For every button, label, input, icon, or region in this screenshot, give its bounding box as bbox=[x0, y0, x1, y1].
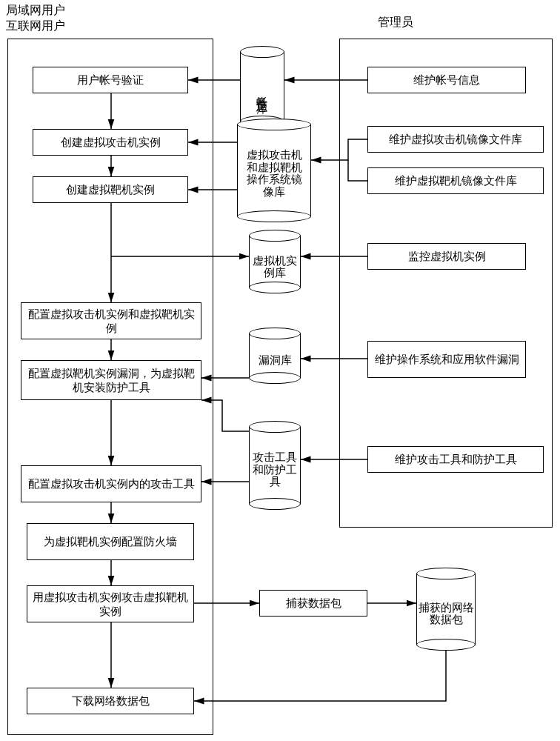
config-vuln-box: 配置虚拟靶机实例漏洞，为虚拟靶机安装防护工具 bbox=[21, 360, 201, 400]
maintain-vuln-box: 维护操作系统和应用软件漏洞 bbox=[367, 341, 526, 378]
db-captured-packets: 捕获的网络数据包 bbox=[416, 568, 476, 651]
maintain-accounts-box: 维护帐号信息 bbox=[367, 67, 526, 93]
attack-box: 用虚拟攻击机实例攻击虚拟靶机实例 bbox=[27, 585, 194, 622]
label-admin: 管理员 bbox=[378, 15, 413, 30]
config-attack-tools-box: 配置虚拟攻击机实例内的攻击工具 bbox=[21, 465, 201, 502]
label-users: 局域网用户 互联网用户 bbox=[6, 3, 65, 34]
db-accounts: 帐号信息库 bbox=[240, 46, 284, 127]
user-auth-box: 用户帐号验证 bbox=[33, 67, 188, 93]
config-firewall-box: 为虚拟靶机实例配置防火墙 bbox=[27, 523, 194, 560]
db-vulns: 漏洞库 bbox=[249, 328, 301, 384]
db-vm-images: 虚拟攻击机和虚拟靶机操作系统镜像库 bbox=[237, 119, 311, 222]
capture-packets-box: 捕获数据包 bbox=[259, 590, 367, 617]
monitor-vm-box: 监控虚拟机实例 bbox=[367, 243, 526, 270]
maintain-attack-images-box: 维护虚拟攻击机镜像文件库 bbox=[367, 126, 544, 153]
db-tools: 攻击工具和防护工具 bbox=[249, 421, 301, 510]
create-target-vm-box: 创建虚拟靶机实例 bbox=[33, 176, 188, 203]
maintain-tools-box: 维护攻击工具和防护工具 bbox=[367, 446, 544, 473]
create-attack-vm-box: 创建虚拟攻击机实例 bbox=[33, 129, 188, 156]
maintain-target-images-box: 维护虚拟靶机镜像文件库 bbox=[367, 167, 544, 194]
download-packets-box: 下载网络数据包 bbox=[27, 688, 194, 714]
config-vms-box: 配置虚拟攻击机实例和虚拟靶机实例 bbox=[21, 302, 201, 339]
db-vm-instances: 虚拟机实例库 bbox=[249, 230, 301, 293]
